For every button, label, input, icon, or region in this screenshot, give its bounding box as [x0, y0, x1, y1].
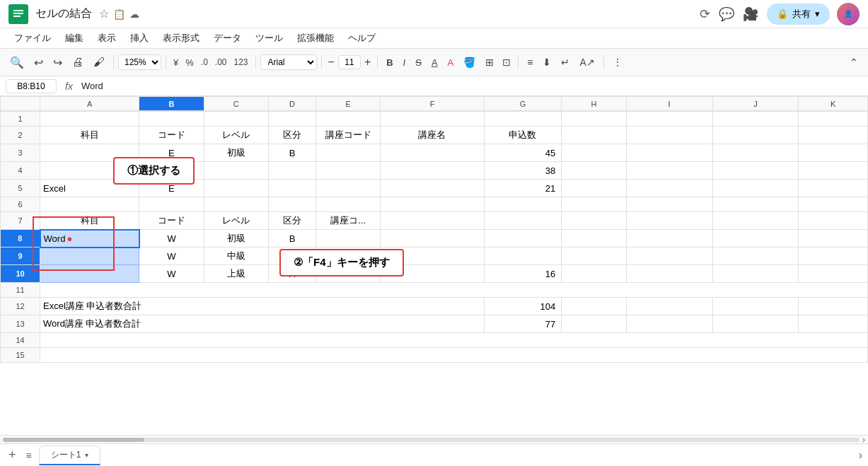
underline-btn[interactable]: A [427, 54, 442, 71]
font-size-input[interactable] [338, 55, 361, 69]
hide-toolbar-btn[interactable]: ⌃ [845, 54, 862, 71]
cell-f6[interactable] [316, 197, 380, 212]
more-toolbar-btn[interactable]: ⋮ [608, 54, 627, 71]
cell-j6[interactable] [626, 197, 712, 212]
cell-g5[interactable] [381, 180, 484, 197]
decimal-dec-btn[interactable]: .0 [198, 54, 211, 70]
cell-e2[interactable]: 区分 [268, 127, 316, 144]
history-button[interactable]: ⟳ [697, 4, 713, 25]
font-size-inc-btn[interactable]: + [362, 56, 373, 69]
cell-k7[interactable] [712, 212, 799, 230]
cell-g2[interactable]: 講座名 [381, 127, 484, 144]
cell-f4[interactable] [316, 162, 380, 180]
cell-b8[interactable]: Word● [40, 230, 139, 247]
cell-l10[interactable] [799, 265, 868, 283]
col-header-j[interactable]: J [712, 97, 799, 111]
cell-j1[interactable] [626, 112, 712, 127]
cell-k3[interactable] [712, 144, 799, 162]
cell-f1[interactable] [316, 112, 380, 127]
cell-l12[interactable] [799, 298, 868, 315]
cell-h10[interactable]: 16 [484, 265, 562, 283]
cell-f5[interactable] [316, 180, 380, 197]
cell-c7[interactable]: コード [139, 212, 204, 230]
cell-d6[interactable] [204, 197, 268, 212]
merge-btn[interactable]: ⊡ [499, 54, 514, 71]
cell-i7[interactable] [562, 212, 626, 230]
scroll-thumb[interactable] [3, 438, 144, 442]
cell-l9[interactable] [799, 247, 868, 265]
wrap-btn[interactable]: ↵ [557, 54, 574, 71]
menu-edit[interactable]: 編集 [59, 30, 89, 46]
col-header-a[interactable]: A [40, 97, 139, 111]
cell-k10[interactable] [712, 265, 799, 283]
zoom-select[interactable]: 125%100%75% [118, 54, 161, 70]
font-size-dec-btn[interactable]: − [326, 56, 337, 69]
strikethrough-btn[interactable]: S [411, 54, 426, 71]
cell-j5[interactable] [626, 180, 712, 197]
menu-insert[interactable]: 挿入 [125, 30, 154, 46]
cell-k4[interactable] [712, 162, 799, 180]
cell-f7[interactable]: 講座コ... [316, 212, 380, 230]
menu-extensions[interactable]: 拡張機能 [291, 30, 340, 46]
cell-i13[interactable] [562, 315, 626, 333]
scroll-track[interactable] [3, 438, 860, 442]
italic-btn[interactable]: I [399, 54, 410, 71]
cell-h2[interactable]: 申込数 [484, 127, 562, 144]
cell-i6[interactable] [562, 197, 626, 212]
cell-d4[interactable] [204, 162, 268, 180]
cell-h12[interactable]: 104 [484, 298, 562, 315]
drive-icon[interactable]: ☁ [129, 8, 139, 20]
cell-d3[interactable]: 初級 [204, 144, 268, 162]
cell-g8[interactable] [381, 230, 484, 247]
cell-k12[interactable] [712, 298, 799, 315]
align-btn[interactable]: ≡ [523, 54, 537, 71]
cell-j7[interactable] [626, 212, 712, 230]
cell-g7[interactable] [381, 212, 484, 230]
cell-h3[interactable]: 45 [484, 144, 562, 162]
cell-e1[interactable] [268, 112, 316, 127]
cell-d1[interactable] [204, 112, 268, 127]
menu-format[interactable]: 表示形式 [157, 30, 205, 46]
cell-e7[interactable]: 区分 [268, 212, 316, 230]
undo-btn[interactable]: ↩ [30, 53, 47, 72]
cell-b9[interactable] [40, 247, 139, 265]
cell-k8[interactable] [712, 230, 799, 247]
cell-reference-input[interactable] [6, 79, 57, 93]
cell-c6[interactable] [139, 197, 204, 212]
cell-g6[interactable] [381, 197, 484, 212]
cell-h1[interactable] [484, 112, 562, 127]
share-button[interactable]: 🔒 共有 ▾ [767, 4, 830, 25]
sheet-tab-1[interactable]: シート1 ▾ [39, 445, 101, 465]
scroll-right-icon[interactable]: › [862, 435, 865, 444]
cell-i1[interactable] [562, 112, 626, 127]
cell-j2[interactable] [626, 127, 712, 144]
meet-button[interactable]: 🎥 [740, 4, 761, 25]
add-sheet-btn[interactable]: + [6, 446, 19, 464]
cell-l3[interactable] [799, 144, 868, 162]
cell-g4[interactable] [381, 162, 484, 180]
cell-b6[interactable] [40, 197, 139, 212]
paintformat-btn[interactable]: 🖌 [89, 53, 109, 71]
cell-i3[interactable] [562, 144, 626, 162]
rotate-btn[interactable]: A↗ [575, 54, 598, 71]
cell-h8[interactable] [484, 230, 562, 247]
borders-btn[interactable]: ⊞ [481, 54, 498, 71]
cell-b14[interactable] [40, 333, 868, 348]
decimal-inc-btn[interactable]: .00 [212, 54, 230, 70]
cell-k5[interactable] [712, 180, 799, 197]
cell-l13[interactable] [799, 315, 868, 333]
cell-l2[interactable] [799, 127, 868, 144]
cell-d9[interactable]: 中級 [204, 247, 268, 265]
format-type-btn[interactable]: 123 [231, 54, 251, 70]
col-header-c[interactable]: C [204, 97, 268, 111]
star-icon[interactable]: ☆ [99, 7, 109, 21]
cell-k6[interactable] [712, 197, 799, 212]
cell-h9[interactable] [484, 247, 562, 265]
sheet-tab-chevron[interactable]: ▾ [85, 451, 88, 459]
cell-d7[interactable]: レベル [204, 212, 268, 230]
cell-b11[interactable] [40, 283, 868, 298]
col-header-e[interactable]: E [316, 97, 380, 111]
cell-e6[interactable] [268, 197, 316, 212]
search-toolbar-btn[interactable]: 🔍 [6, 53, 28, 72]
cell-d10[interactable]: 上級 [204, 265, 268, 283]
